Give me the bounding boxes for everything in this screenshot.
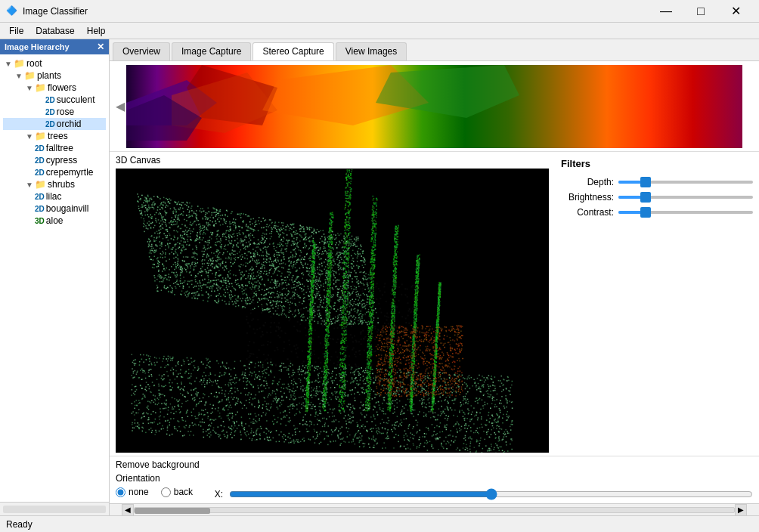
- tree-item-orchid[interactable]: 2D orchid: [3, 118, 106, 130]
- tree-label-aloe: aloe: [46, 215, 64, 226]
- menu-database[interactable]: Database: [29, 24, 80, 38]
- minimize-button[interactable]: —: [649, 0, 683, 23]
- radio-input-back[interactable]: [161, 487, 171, 497]
- tree-item-trees[interactable]: ▼ 📁 trees: [3, 130, 106, 142]
- tree-label-orchid: orchid: [57, 119, 82, 129]
- menu-file[interactable]: File: [3, 24, 29, 38]
- panel-header: Image Hierarchy ✕: [0, 39, 109, 54]
- canvas-area: 3D Canvas: [110, 152, 555, 456]
- filter-label-brightness: Brightness:: [561, 192, 614, 203]
- badge-2d-crepemyrtle: 2D: [35, 169, 45, 177]
- tree-item-lilac[interactable]: 2D lilac: [3, 190, 106, 203]
- contrast-slider-track[interactable]: [618, 211, 753, 214]
- depth-image-svg: [126, 65, 742, 148]
- x-label: X:: [208, 489, 223, 500]
- tree-label-crepemyrtle: crepemyrtle: [46, 167, 94, 178]
- tree-label-succulent: succulent: [57, 94, 95, 105]
- status-bar: Ready: [0, 515, 759, 532]
- tree-item-root[interactable]: ▼ 📁 root: [3, 57, 106, 70]
- content-area: Overview Image Capture Stereo Capture Vi…: [110, 39, 759, 515]
- folder-icon-trees: 📁: [35, 131, 46, 141]
- tree-container[interactable]: ▼ 📁 root ▼ 📁 plants ▼ 📁 flowers: [0, 54, 109, 502]
- contrast-slider-thumb[interactable]: [640, 207, 651, 218]
- filter-row-contrast: Contrast:: [561, 207, 753, 218]
- expand-icon-root: ▼: [3, 60, 14, 68]
- image-strip: ◀: [110, 61, 759, 152]
- radio-back[interactable]: back: [161, 487, 193, 497]
- radio-input-none[interactable]: [116, 487, 125, 497]
- tree-label-plants: plants: [37, 70, 61, 81]
- expand-icon-shrubs: ▼: [24, 181, 35, 189]
- remove-bg-label: Remove background: [116, 459, 753, 470]
- close-button[interactable]: ✕: [718, 0, 753, 23]
- tab-overview[interactable]: Overview: [113, 42, 170, 60]
- expand-icon-trees: ▼: [24, 132, 35, 141]
- tab-stereo-capture[interactable]: Stereo Capture: [252, 42, 333, 60]
- folder-icon-plants: 📁: [24, 70, 36, 81]
- tree-item-plants[interactable]: ▼ 📁 plants: [3, 70, 106, 82]
- depth-slider-track[interactable]: [618, 181, 753, 184]
- x-slider[interactable]: [229, 488, 753, 500]
- tree-item-rose[interactable]: 2D rose: [3, 106, 106, 118]
- tree-label-flowers: flowers: [48, 82, 76, 93]
- tree-item-falltree[interactable]: 2D falltree: [3, 142, 106, 154]
- tab-view-images[interactable]: View Images: [336, 42, 407, 60]
- brightness-slider-track[interactable]: [618, 196, 753, 199]
- badge-3d-aloe: 3D: [35, 217, 45, 225]
- left-panel: Image Hierarchy ✕ ▼ 📁 root ▼ 📁 plants: [0, 39, 110, 515]
- panel-title: Image Hierarchy: [5, 42, 70, 51]
- main-container: Image Hierarchy ✕ ▼ 📁 root ▼ 📁 plants: [0, 39, 759, 515]
- brightness-slider-thumb[interactable]: [640, 192, 651, 203]
- tree-item-succulent[interactable]: 2D succulent: [3, 94, 106, 106]
- tree-item-cypress[interactable]: 2D cypress: [3, 154, 106, 166]
- canvas-3d[interactable]: placeholder: [116, 169, 549, 453]
- filter-row-depth: Depth:: [561, 177, 753, 187]
- filter-label-depth: Depth:: [561, 177, 614, 187]
- panel-scrollbar[interactable]: [3, 506, 106, 513]
- tree-label-bougainvill: bougainvill: [46, 203, 89, 214]
- expand-icon-plants: ▼: [14, 72, 24, 80]
- bottom-section: Remove background Orientation none back: [110, 456, 759, 503]
- badge-2d-lilac: 2D: [35, 193, 45, 201]
- panel-close-icon[interactable]: ✕: [97, 42, 104, 52]
- tree-label-trees: trees: [48, 131, 68, 141]
- tree-label-root: root: [26, 58, 42, 69]
- tree-label-cypress: cypress: [46, 155, 77, 165]
- tree-item-crepemyrtle[interactable]: 2D crepemyrtle: [3, 166, 106, 178]
- status-text: Ready: [6, 519, 33, 530]
- app-icon: 🔷: [6, 5, 18, 17]
- filters-title: Filters: [561, 158, 753, 169]
- content-panel: ◀: [110, 61, 759, 515]
- tree-label-lilac: lilac: [46, 191, 62, 202]
- tree-item-flowers[interactable]: ▼ 📁 flowers: [3, 82, 106, 94]
- tree-label-rose: rose: [57, 107, 74, 117]
- scroll-right-arrow[interactable]: ▶: [735, 504, 747, 516]
- h-scrollbar-track[interactable]: [134, 507, 735, 513]
- tab-image-capture[interactable]: Image Capture: [172, 42, 251, 60]
- badge-2d-rose: 2D: [45, 108, 55, 116]
- tree-item-aloe[interactable]: 3D aloe: [3, 215, 106, 227]
- radio-label-back: back: [174, 487, 193, 497]
- badge-2d-cypress: 2D: [35, 156, 45, 165]
- point-cloud-canvas[interactable]: [116, 169, 549, 453]
- radio-group: none back: [116, 487, 193, 497]
- folder-icon-flowers: 📁: [35, 82, 46, 93]
- badge-2d-falltree: 2D: [35, 144, 45, 153]
- scroll-left-arrow[interactable]: ◀: [122, 504, 134, 516]
- tree-item-bougainvill[interactable]: 2D bougainvill: [3, 203, 106, 215]
- maximize-button[interactable]: □: [683, 0, 718, 23]
- depth-slider-thumb[interactable]: [640, 177, 651, 187]
- menu-help[interactable]: Help: [81, 24, 112, 38]
- badge-2d-orchid: 2D: [45, 120, 55, 128]
- strip-scroll-left[interactable]: ◀: [116, 99, 126, 113]
- window-controls: — □ ✕: [649, 0, 753, 23]
- badge-2d-bougainvill: 2D: [35, 205, 45, 213]
- radio-none[interactable]: none: [116, 487, 149, 497]
- radio-label-none: none: [129, 487, 149, 497]
- folder-icon-shrubs: 📁: [35, 179, 46, 190]
- tree-item-shrubs[interactable]: ▼ 📁 shrubs: [3, 178, 106, 190]
- tree-label-shrubs: shrubs: [48, 179, 75, 190]
- h-scrollbar: ◀ ▶: [110, 503, 759, 515]
- badge-2d-succulent: 2D: [45, 96, 55, 104]
- h-scrollbar-thumb[interactable]: [135, 508, 210, 514]
